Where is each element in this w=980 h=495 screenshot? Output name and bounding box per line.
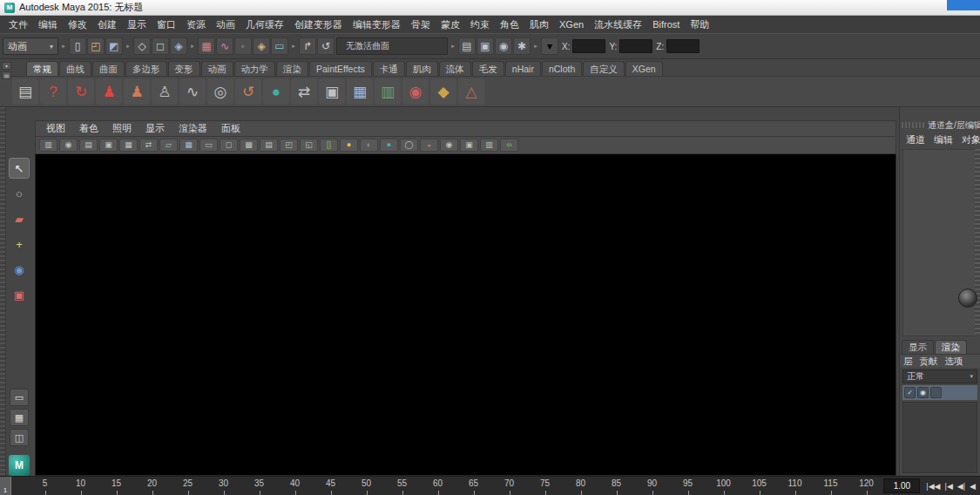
layer-renderable-toggle[interactable]: ✓ — [904, 387, 916, 398]
safe-action-icon[interactable]: ◰ — [280, 139, 298, 152]
current-frame-marker[interactable]: 1 — [0, 477, 11, 495]
shelf-tab[interactable]: 曲线 — [59, 61, 91, 76]
layer-editor-tab[interactable]: 渲染 — [935, 340, 967, 354]
snap-projected-center-icon[interactable]: ◈ — [253, 37, 270, 55]
layer-visibility-toggle[interactable]: ◉ — [917, 387, 929, 398]
channel-box-menu-item[interactable]: 对象 — [957, 133, 980, 146]
viewport-canvas[interactable] — [35, 154, 896, 476]
menu-item[interactable]: 角色 — [495, 18, 524, 31]
play-backward-button[interactable]: ◀ — [970, 479, 976, 493]
layer-editor-tab[interactable]: 显示 — [902, 340, 934, 354]
sphere-tool-icon[interactable]: ● — [263, 78, 289, 105]
bookmarks-icon[interactable]: ▣ — [99, 139, 118, 152]
timeline-tick[interactable]: 120 — [848, 477, 882, 495]
timeline-tick[interactable]: 55 — [384, 477, 420, 495]
character-c-icon[interactable]: ♙ — [152, 78, 178, 105]
keyframe-icon[interactable]: ◆ — [430, 78, 456, 105]
snap-point-icon[interactable]: ◦ — [234, 37, 252, 55]
shelf-tab-menu-button[interactable]: ▾ — [2, 62, 11, 70]
wireframe-on-shaded-icon[interactable]: ◯ — [400, 139, 418, 152]
layer-row[interactable]: ✓◉ — [902, 385, 977, 400]
scene-assembly-icon[interactable]: ∞ — [500, 139, 518, 152]
menu-item[interactable]: 创建 — [92, 18, 122, 31]
isolate-select-icon[interactable]: [] — [320, 139, 338, 152]
character-b-icon[interactable]: ♟ — [124, 78, 150, 105]
target-icon[interactable]: ◉ — [402, 78, 429, 105]
menu-item[interactable]: 修改 — [63, 18, 92, 31]
layout-split-pane-button[interactable]: ◫ — [10, 429, 29, 446]
titlebar[interactable]: M Autodesk Maya 2015: 无标题 — [0, 0, 980, 16]
timeline-tick[interactable]: 10 — [63, 477, 98, 495]
shelf-tab[interactable]: 曲面 — [92, 61, 125, 76]
shadows-icon[interactable]: ◐ — [360, 139, 378, 152]
menu-item[interactable]: 帮助 — [685, 18, 714, 31]
menu-item[interactable]: 编辑 — [33, 18, 63, 31]
render-settings-icon[interactable]: ✱ — [513, 37, 531, 55]
menu-item[interactable]: 创建变形器 — [289, 18, 348, 31]
timeline-tick[interactable]: 80 — [563, 477, 598, 495]
timeline-tick[interactable]: 85 — [598, 477, 634, 495]
timeline-tick[interactable]: 20 — [134, 477, 170, 495]
shelf-tab[interactable]: PaintEffects — [309, 61, 372, 76]
snapshot-icon[interactable]: ▥ — [480, 139, 498, 152]
shelf-tab[interactable]: 毛发 — [472, 61, 504, 76]
time-ruler[interactable]: 5101520253035404550556065707580859095100… — [11, 477, 882, 495]
character-a-icon[interactable]: ♟ — [96, 78, 122, 105]
channel-box-scrollbar[interactable] — [975, 149, 980, 334]
image-plane-icon[interactable]: ▦ — [119, 139, 138, 152]
group-collapse-handle[interactable]: ▸ — [60, 43, 67, 50]
lasso-tool-button[interactable]: ○ — [9, 183, 30, 204]
menu-item[interactable]: 骨架 — [406, 18, 436, 31]
menu-set-selector[interactable]: 动画 ▾ — [3, 37, 58, 55]
gamma-icon[interactable]: ▣ — [460, 139, 478, 152]
timeline-tick[interactable]: 65 — [456, 477, 491, 495]
menu-item[interactable]: 约束 — [465, 18, 495, 31]
playblast-icon[interactable]: ▥ — [375, 78, 401, 105]
ghosting-icon[interactable]: ◎ — [207, 78, 233, 105]
shelf-menu-button[interactable]: ▤ — [2, 71, 11, 79]
layer-list-area[interactable] — [902, 402, 977, 473]
channel-box-menu-item[interactable]: 编辑 — [929, 133, 957, 146]
viewport-menu-item[interactable]: 渲染器 — [172, 122, 214, 135]
go-to-start-button[interactable]: |◀◀ — [926, 479, 940, 493]
render-current-frame-icon[interactable]: ▣ — [476, 37, 494, 55]
shelf-tab[interactable]: 多边形 — [125, 61, 167, 76]
select-camera-icon[interactable]: ▥ — [39, 139, 57, 152]
open-scene-icon[interactable]: ◰ — [87, 37, 105, 55]
menu-item[interactable]: 肌肉 — [524, 18, 554, 31]
lock-camera-icon[interactable]: ◉ — [59, 139, 78, 152]
swap-buffer-icon[interactable]: ⇄ — [291, 78, 317, 105]
timeline-tick[interactable]: 110 — [777, 477, 813, 495]
xray-icon[interactable]: ◒ — [420, 139, 438, 152]
coordinate-input[interactable] — [572, 39, 605, 53]
blend-mode-select[interactable]: 正常 ▾ — [902, 370, 977, 383]
timeline-tick[interactable]: 5 — [27, 477, 63, 495]
layout-four-pane-button[interactable]: ▦ — [10, 409, 29, 426]
menu-item[interactable]: 显示 — [122, 18, 152, 31]
shelf-tab[interactable]: 肌肉 — [406, 61, 438, 76]
menu-item[interactable]: 动画 — [211, 18, 240, 31]
timeline-tick[interactable]: 15 — [98, 477, 134, 495]
film-gate-icon[interactable]: ▭ — [199, 139, 218, 152]
anim-snapshot-icon[interactable]: ↺ — [235, 78, 261, 105]
shelf-tab[interactable]: nHair — [505, 61, 541, 76]
timeline-tick[interactable]: 60 — [420, 477, 456, 495]
timeline-tick[interactable]: 115 — [813, 477, 848, 495]
viewport-menu-item[interactable]: 着色 — [72, 122, 105, 135]
channel-box-menu-item[interactable]: 通道 — [902, 133, 929, 146]
pan-zoom-icon[interactable]: ⇄ — [139, 139, 158, 152]
cache-icon[interactable]: ▦ — [347, 78, 373, 105]
coordinate-input[interactable] — [619, 39, 652, 53]
shelf-tab[interactable]: 渲染 — [276, 61, 308, 76]
shelf-tab[interactable]: 动力学 — [234, 61, 276, 76]
timeline-tick[interactable]: 30 — [206, 477, 241, 495]
layer-menu-item[interactable]: 贡献 — [916, 356, 942, 368]
viewport-menu-item[interactable]: 视图 — [39, 122, 72, 135]
timeline-tick[interactable]: 35 — [241, 477, 277, 495]
select-tool-button[interactable]: ↖ — [9, 158, 30, 179]
clapperboard-icon[interactable]: ▤ — [12, 78, 38, 105]
shelf-tab[interactable]: XGen — [625, 61, 663, 76]
inputs-to-selected-icon[interactable]: ↱ — [299, 37, 316, 55]
timeline-tick[interactable]: 75 — [527, 477, 563, 495]
lights-icon[interactable]: ● — [340, 139, 358, 152]
